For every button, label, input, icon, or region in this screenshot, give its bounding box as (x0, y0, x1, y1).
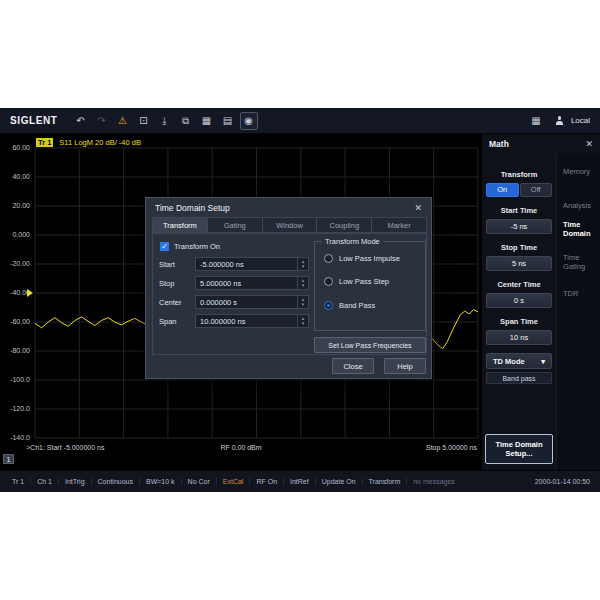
usb-save-icon[interactable]: ⤓ (156, 112, 174, 130)
vna-application-window: SIGLENT ↶↷⚠⊡⤓⧉▦▤◉ ▦ Local 60.0040.0020.0… (0, 108, 600, 492)
transform-off-button[interactable]: Off (520, 183, 553, 197)
dialog-tab-gating[interactable]: Gating (208, 217, 263, 233)
field-label: Center (159, 298, 195, 307)
dialog-close-icon[interactable]: ✕ (414, 203, 422, 213)
span-time-label: Span Time (486, 317, 552, 326)
trace-settings-text: S11 LogM 20 dB/ -40 dB (59, 138, 141, 147)
sidebar-title: Math (489, 139, 509, 149)
status-item-bw-10-k: BW=10 k (140, 478, 182, 485)
transform-label: Transform (486, 170, 552, 179)
layout-icon[interactable]: ▦ (527, 112, 545, 130)
field-input-start[interactable]: -5.000000 ns▴▾ (195, 257, 309, 271)
channel-badge[interactable]: 1 (3, 454, 14, 464)
screenshot-icon[interactable]: ◉ (240, 112, 258, 130)
dialog-tab-marker[interactable]: Marker (372, 217, 427, 233)
sidebar-tab-analysis[interactable]: Analysis (563, 201, 598, 210)
local-label[interactable]: Local (571, 116, 590, 125)
y-axis-label: -120.0 (0, 405, 30, 412)
transform-on-button[interactable]: On (486, 183, 519, 197)
field-input-span[interactable]: 10.000000 ns▴▾ (195, 314, 309, 328)
print-icon[interactable]: ▤ (219, 112, 237, 130)
redo-icon[interactable]: ↷ (93, 112, 111, 130)
spinner-icon[interactable]: ▴▾ (297, 277, 308, 289)
dialog-field-span: Span10.000000 ns▴▾ (159, 314, 309, 328)
radio-option-band-pass[interactable]: Band Pass (324, 299, 375, 311)
transform-on-row[interactable]: ✓ Transform On (160, 242, 220, 251)
sidebar-controls: Transform On Off Start Time-5 nsStop Tim… (482, 154, 556, 470)
stop-time-value-button[interactable]: 5 ns (486, 256, 552, 271)
transform-on-checkbox[interactable]: ✓ (160, 242, 169, 251)
save-icon[interactable]: ▦ (198, 112, 216, 130)
radio-option-low-pass-impulse[interactable]: Low Pass Impulse (324, 252, 400, 264)
field-value: 0.000000 s (200, 298, 237, 307)
y-axis-label: -80.00 (0, 347, 30, 354)
chevron-down-icon: ▾ (541, 357, 545, 366)
sidebar-header: Math ✕ (482, 134, 600, 154)
status-item-inttrig: IntTrig (59, 478, 92, 485)
status-item-tr-1: Tr 1 (6, 478, 31, 485)
center-time-value-button[interactable]: 0 s (486, 293, 552, 308)
sidebar-tab-time-gating[interactable]: Time Gating (563, 253, 598, 271)
copy-icon[interactable]: ⧉ (177, 112, 195, 130)
radio-option-low-pass-step[interactable]: Low Pass Step (324, 275, 389, 287)
start-time-value-button[interactable]: -5 ns (486, 219, 552, 234)
y-axis-label: -140.0 (0, 434, 30, 441)
undo-icon[interactable]: ↶ (72, 112, 90, 130)
radio-icon[interactable] (324, 277, 333, 286)
dialog-field-stop: Stop5.000000 ns▴▾ (159, 276, 309, 290)
help-button[interactable]: Help (384, 358, 426, 374)
stop-time-label: Stop Time (486, 243, 552, 252)
dialog-title: Time Domain Setup (155, 203, 230, 213)
field-label: Span (159, 317, 195, 326)
dialog-tab-window[interactable]: Window (263, 217, 318, 233)
toolbar-right-icons: ▦ (527, 112, 548, 130)
spinner-icon[interactable]: ▴▾ (297, 296, 308, 308)
sidebar-fields: Start Time-5 nsStop Time5 nsCenter Time0… (486, 206, 552, 345)
transform-toggle: On Off (486, 183, 552, 197)
radio-label: Low Pass Step (339, 277, 389, 286)
status-datetime: 2000-01-14 00:50 (535, 478, 594, 485)
status-bar: Tr 1Ch 1IntTrigContinuousBW=10 kNo CorEx… (0, 470, 600, 492)
dialog-tab-transform[interactable]: Transform (152, 217, 208, 233)
sweep-stop-label: Stop 5.00000 ns (426, 444, 477, 451)
close-button[interactable]: Close (332, 358, 374, 374)
td-mode-dropdown[interactable]: TD Mode ▾ (486, 353, 552, 369)
y-axis-label: -100.0 (0, 376, 30, 383)
display-icon[interactable]: ⊡ (135, 112, 153, 130)
field-input-stop[interactable]: 5.000000 ns▴▾ (195, 276, 309, 290)
dialog-field-center: Center0.000000 s▴▾ (159, 295, 309, 309)
status-item-no-cor: No Cor (182, 478, 217, 485)
sidebar-tab-time-domain[interactable]: Time Domain (563, 220, 598, 238)
field-value: 10.000000 ns (200, 317, 245, 326)
toolbar-icons: ↶↷⚠⊡⤓⧉▦▤◉ (72, 112, 261, 130)
td-mode-value[interactable]: Band pass (486, 372, 552, 384)
field-input-center[interactable]: 0.000000 s▴▾ (195, 295, 309, 309)
start-time-label: Start Time (486, 206, 552, 215)
spinner-icon[interactable]: ▴▾ (297, 258, 308, 270)
user-icon (555, 116, 564, 125)
dialog-title-bar[interactable]: Time Domain Setup ✕ (146, 198, 431, 217)
y-axis-label: -20.00 (0, 260, 30, 267)
status-item-no-messages: no messages (407, 478, 461, 485)
warning-icon[interactable]: ⚠ (114, 112, 132, 130)
radio-icon[interactable] (324, 254, 333, 263)
radio-label: Low Pass Impulse (339, 254, 400, 263)
radio-icon[interactable] (324, 301, 333, 310)
sidebar-close-icon[interactable]: ✕ (585, 139, 593, 149)
sidebar-tab-tdr[interactable]: TDR (563, 289, 598, 298)
set-low-pass-frequencies-button[interactable]: Set Low Pass Frequencies (314, 337, 426, 353)
dialog-tab-coupling[interactable]: Coupling (317, 217, 372, 233)
status-item-transform: Transform (363, 478, 408, 485)
sidebar-tab-memory[interactable]: Memory (563, 167, 598, 176)
td-mode-label: TD Mode (493, 357, 525, 366)
span-time-value-button[interactable]: 10 ns (486, 330, 552, 345)
time-domain-setup-button[interactable]: Time Domain Setup... (485, 434, 553, 464)
status-item-intref: IntRef (284, 478, 316, 485)
transform-mode-group-label: Transform Mode (322, 237, 383, 246)
spinner-icon[interactable]: ▴▾ (297, 315, 308, 327)
trace-badge[interactable]: Tr 1 (36, 138, 53, 147)
status-item-ch-1: Ch 1 (31, 478, 59, 485)
time-domain-setup-dialog: Time Domain Setup ✕ TransformGatingWindo… (145, 197, 432, 379)
status-item-rf-on: RF On (250, 478, 284, 485)
y-axis-label: -40.00 (0, 289, 30, 296)
